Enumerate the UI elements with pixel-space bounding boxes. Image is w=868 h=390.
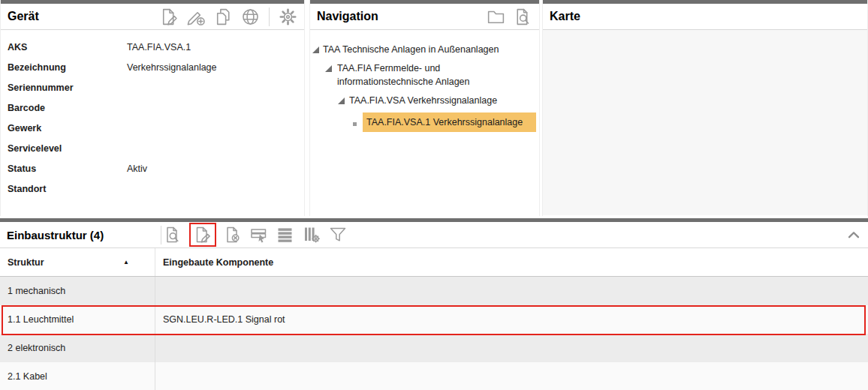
tree-expanded-icon[interactable] [338,98,345,104]
einbaustruktur-collapse [845,226,862,243]
field-label: Barcode [8,103,127,113]
field-row-status: Status Aktiv [8,158,298,178]
filter-icon[interactable] [328,225,348,244]
edit-document-icon[interactable] [193,225,212,244]
table-row[interactable]: 2.1 Kabel [0,362,868,390]
karte-header: Karte [543,4,867,30]
geraet-fields: AKS TAA.FIA.VSA.1 Bezeichnung Verkehrssi… [1,30,304,199]
panel-navigation: Navigation TAA Technische Anlagen in Auß… [309,0,540,216]
field-row-servicelevel: Servicelevel [8,138,298,158]
field-value: Verkehrssignalanlage [127,62,217,73]
field-label: Seriennummer [8,82,127,93]
cell-struktur[interactable]: 1.1 Leuchtmittel [0,305,155,334]
tree-expanded-icon[interactable] [312,46,319,53]
einbaustruktur-header: Einbaustruktur (4) [0,222,868,248]
tree-expanded-icon[interactable] [325,65,332,72]
geraet-toolbar [159,7,298,27]
toolbar-separator [269,8,270,26]
tree-node-taa[interactable]: TAA Technische Anlagen in Außenanlagen [310,43,538,56]
table-row-annotated[interactable]: 1.1 Leuchtmittel SGN.LEU.R-LED.1 Signal … [0,305,868,334]
sort-ascending-icon[interactable]: ▲ [123,259,129,266]
geraet-title: Gerät [8,10,39,23]
field-label: Status [8,164,127,174]
column-label: Struktur [8,257,44,268]
field-row-aks: AKS TAA.FIA.VSA.1 [8,37,298,57]
field-row-bezeichnung: Bezeichnung Verkehrssignalanlage [8,57,298,77]
karte-map-area [543,30,867,215]
row-select-icon[interactable] [249,225,269,244]
tree-node-label[interactable]: TAA.FIA.VSA Verkehrssignalanlage [349,94,538,107]
chevron-up-icon[interactable] [845,226,862,243]
rows-icon[interactable] [276,225,295,244]
field-row-barcode: Barcode [8,98,298,118]
column-header-komponente[interactable]: Eingebaute Komponente [155,248,868,276]
tree-node-label[interactable]: TAA.FIA Fernmelde- und informationstechn… [337,62,538,88]
folder-icon[interactable] [486,7,506,27]
tree-node-label-selected[interactable]: TAA.FIA.VSA.1 Verkehrssignalanlage [363,112,536,132]
panel-einbaustruktur: Einbaustruktur (4) [0,218,868,390]
sign-add-icon[interactable] [186,7,206,27]
field-value: TAA.FIA.VSA.1 [127,42,191,52]
field-label: Standort [8,184,127,194]
field-row-standort: Standort [8,178,298,199]
field-row-gewerk: Gewerk [8,118,298,138]
cell-struktur[interactable]: 2.1 Kabel [0,362,155,390]
field-label: Bezeichnung [8,62,127,73]
tree-leaf-icon [353,122,357,126]
cell-struktur[interactable]: 1 mechanisch [0,277,155,305]
navigation-tree: TAA Technische Anlagen in Außenanlagen T… [310,30,539,132]
geraet-header: Gerät [1,4,304,30]
tree-node-taa-fia-vsa[interactable]: TAA.FIA.VSA Verkehrssignalanlage [310,94,538,107]
field-label: AKS [8,42,127,52]
field-label: Servicelevel [8,143,127,154]
cell-komponente[interactable] [155,362,868,390]
app-window: Gerät A [0,0,868,390]
annotation-box-edit-icon [189,223,216,247]
navigation-header: Navigation [310,4,539,30]
tree-node-taa-fia-vsa-1[interactable]: TAA.FIA.VSA.1 Verkehrssignalanlage [310,112,538,132]
settings-icon[interactable] [278,7,298,27]
cell-komponente[interactable] [155,277,868,305]
globe-icon[interactable] [240,7,261,27]
navigation-title: Navigation [317,10,378,23]
edit-document-icon[interactable] [159,7,179,27]
column-settings-icon[interactable] [302,225,321,244]
karte-title: Karte [550,10,580,23]
tree-node-taa-fia[interactable]: TAA.FIA Fernmelde- und informationstechn… [310,62,538,88]
document-search-icon[interactable] [513,7,533,27]
cell-struktur[interactable]: 2 elektronisch [0,334,155,362]
document-search-icon[interactable] [163,225,182,244]
field-label: Gewerk [8,123,127,134]
table-header-row: Struktur ▲ Eingebaute Komponente [0,248,868,277]
document-remove-icon[interactable] [223,225,243,244]
cell-komponente[interactable]: SGN.LEU.R-LED.1 Signal rot [155,305,868,334]
copy-icon[interactable] [213,7,234,27]
column-label: Eingebaute Komponente [163,257,273,268]
toolbar-separator [161,226,161,244]
einbaustruktur-title: Einbaustruktur (4) [7,229,159,242]
navigation-toolbar [486,7,533,27]
einbaustruktur-toolbar [163,223,348,247]
field-value: Aktiv [127,164,147,174]
panel-geraet: Gerät A [0,0,305,216]
table-row[interactable]: 2 elektronisch [0,334,868,362]
cell-komponente[interactable] [155,334,868,362]
field-row-seriennummer: Seriennummer [8,77,298,98]
tree-node-label[interactable]: TAA Technische Anlagen in Außenanlagen [323,43,538,56]
table-row[interactable]: 1 mechanisch [0,277,868,305]
column-header-struktur[interactable]: Struktur ▲ [0,248,155,276]
panel-karte: Karte [542,0,868,216]
